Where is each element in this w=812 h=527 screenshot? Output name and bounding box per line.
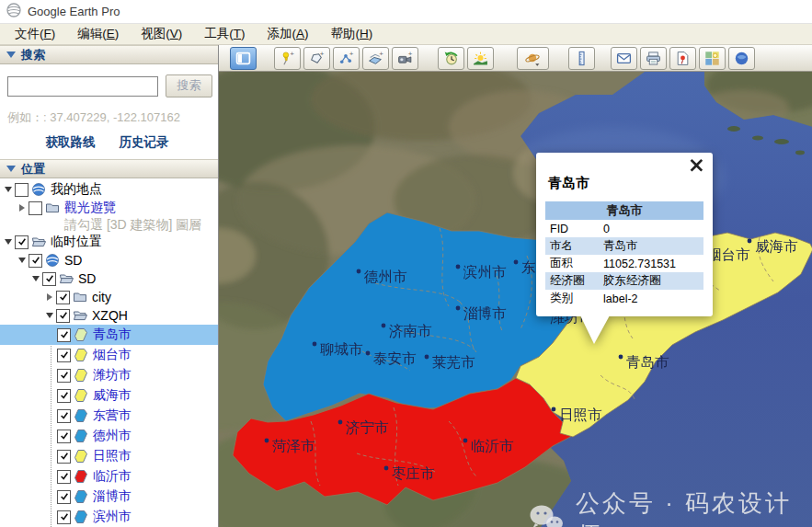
checkbox-checked[interactable] xyxy=(56,291,70,304)
tree-item-烟台市[interactable]: 烟台市 xyxy=(0,345,218,365)
close-icon[interactable]: × xyxy=(688,155,705,175)
planets-button[interactable] xyxy=(517,47,549,70)
menu-item-0[interactable]: 文件(F) xyxy=(4,24,66,44)
tree-item-label[interactable]: SD xyxy=(78,271,96,286)
tree-item-label[interactable]: 我的地点 xyxy=(51,181,102,198)
placemark-dot-菏泽市[interactable] xyxy=(265,439,269,443)
placemark-dot-威海市[interactable] xyxy=(748,239,752,244)
tree-item-label[interactable]: 滨州市 xyxy=(93,509,132,525)
checkbox-checked[interactable] xyxy=(57,510,71,524)
tree-item-label[interactable]: 青岛市 xyxy=(93,327,132,343)
checkbox-checked[interactable] xyxy=(57,470,71,484)
map-label-枣庄市[interactable]: 枣庄市 xyxy=(392,465,435,481)
tree-item-东营市[interactable]: 东营市 xyxy=(0,406,218,426)
tree-item-label[interactable]: 东营市 xyxy=(93,407,132,424)
tree-item-label[interactable]: 觀光遊覽 xyxy=(64,200,116,216)
search-button[interactable]: 搜索 xyxy=(166,74,212,97)
placemark-dot-德州市[interactable] xyxy=(357,269,361,274)
tree-item-潍坊市[interactable]: 潍坊市 xyxy=(0,365,218,385)
checkbox-unchecked[interactable] xyxy=(15,183,29,197)
tree-item-label[interactable]: 德州市 xyxy=(93,428,132,444)
placemark-dot-聊城市[interactable] xyxy=(313,342,317,347)
tree-item-德州市[interactable]: 德州市 xyxy=(0,426,218,446)
menu-item-2[interactable]: 视图(V) xyxy=(130,24,193,44)
tree-item-label[interactable]: 日照市 xyxy=(93,448,132,464)
checkbox-checked[interactable] xyxy=(15,235,29,249)
view-in-google-maps-button[interactable] xyxy=(699,47,726,70)
add-placemark-button[interactable]: + xyxy=(274,47,301,70)
tree-item-SD[interactable]: SD xyxy=(0,251,218,269)
map-label-聊城市[interactable]: 聊城市 xyxy=(320,341,363,357)
record-tour-button[interactable]: + xyxy=(392,47,418,70)
menu-item-3[interactable]: 工具(T) xyxy=(193,24,256,44)
tree-item-label[interactable]: city xyxy=(92,290,111,304)
map-label-济宁市[interactable]: 济宁市 xyxy=(346,419,389,435)
menu-item-1[interactable]: 编辑(E) xyxy=(66,24,130,44)
tree-item-XZQH[interactable]: XZQH xyxy=(0,306,218,325)
add-image-overlay-button[interactable]: + xyxy=(362,47,389,70)
places-panel-header[interactable]: 位置 xyxy=(0,159,218,178)
search-input[interactable] xyxy=(7,76,158,97)
map-label-滨州市[interactable]: 滨州市 xyxy=(463,264,507,280)
email-button[interactable] xyxy=(611,47,637,70)
placemark-dot-临沂市[interactable] xyxy=(463,439,468,443)
save-image-button[interactable] xyxy=(669,47,696,70)
add-polygon-button[interactable]: + xyxy=(303,47,330,70)
placemark-dot-泰安市[interactable] xyxy=(366,351,371,356)
placemark-dot-青岛市[interactable] xyxy=(619,355,623,360)
tree-item-label[interactable]: SD xyxy=(64,253,82,268)
map-label-淄博市[interactable]: 淄博市 xyxy=(463,305,507,321)
checkbox-checked[interactable] xyxy=(57,369,71,383)
placemark-dot-济宁市[interactable] xyxy=(338,420,343,425)
collapsed-arrow-icon[interactable] xyxy=(16,204,29,212)
tree-item-日照市[interactable]: 日照市 xyxy=(0,446,218,466)
map-label-青岛市[interactable]: 青岛市 xyxy=(626,354,669,370)
tree-item-label[interactable]: XZQH xyxy=(92,308,128,323)
collapsed-arrow-icon[interactable] xyxy=(43,293,56,301)
tree-item-label[interactable]: 威海市 xyxy=(93,387,132,404)
tree-item-淄博市[interactable]: 淄博市 xyxy=(0,487,218,507)
map-label-威海市[interactable]: 威海市 xyxy=(755,238,798,254)
checkbox-checked[interactable] xyxy=(56,309,70,323)
print-button[interactable] xyxy=(640,47,667,70)
tree-item-临时位置[interactable]: 临时位置 xyxy=(0,233,218,251)
tree-item-觀光遊覽[interactable]: 觀光遊覽 xyxy=(0,199,218,217)
tree-item-label[interactable]: 临沂市 xyxy=(93,468,132,485)
tree-item-label[interactable]: 潍坊市 xyxy=(93,367,132,384)
expanded-arrow-icon[interactable] xyxy=(16,258,29,263)
checkbox-checked[interactable] xyxy=(57,389,71,403)
expanded-arrow-icon[interactable] xyxy=(2,239,15,245)
ruler-button[interactable] xyxy=(568,47,595,70)
tree-item-SD[interactable]: SD xyxy=(0,269,218,288)
expanded-arrow-icon[interactable] xyxy=(29,276,42,281)
menu-item-5[interactable]: 帮助(H) xyxy=(320,24,384,44)
add-path-button[interactable]: + xyxy=(333,47,360,70)
map-label-菏泽市[interactable]: 菏泽市 xyxy=(272,438,315,453)
earth-globe-button[interactable] xyxy=(728,47,755,70)
tree-item-label[interactable]: 烟台市 xyxy=(93,347,132,363)
search-panel-header[interactable]: 搜索 xyxy=(0,45,218,64)
history-link[interactable]: 历史记录 xyxy=(120,134,169,151)
checkbox-checked[interactable] xyxy=(57,450,71,464)
checkbox-checked[interactable] xyxy=(57,349,71,362)
satellite-map[interactable]: 德州市滨州市东营市淄博市济南市聊城市泰安市莱芜市潍坊市青岛市烟台市威海市日照市菏… xyxy=(219,72,812,527)
get-directions-link[interactable]: 获取路线 xyxy=(46,134,96,151)
map-viewport[interactable]: 德州市滨州市东营市淄博市济南市聊城市泰安市莱芜市潍坊市青岛市烟台市威海市日照市菏… xyxy=(219,72,812,527)
map-label-德州市[interactable]: 德州市 xyxy=(363,269,407,284)
placemark-dot-滨州市[interactable] xyxy=(456,265,461,269)
toggle-sidebar-button[interactable] xyxy=(230,47,257,70)
tree-item-威海市[interactable]: 威海市 xyxy=(0,385,218,406)
tree-item-city[interactable]: city xyxy=(0,288,218,306)
checkbox-checked[interactable] xyxy=(57,490,71,504)
menu-item-4[interactable]: 添加(A) xyxy=(257,24,320,44)
placemark-dot-日照市[interactable] xyxy=(552,407,556,412)
tree-item-label[interactable]: 临时位置 xyxy=(51,234,102,250)
map-label-莱芜市[interactable]: 莱芜市 xyxy=(432,354,475,370)
checkbox-checked[interactable] xyxy=(57,328,71,342)
expanded-arrow-icon[interactable] xyxy=(43,313,56,318)
expanded-arrow-icon[interactable] xyxy=(2,187,15,192)
placemark-dot-淄博市[interactable] xyxy=(456,306,461,311)
tree-item-我的地点[interactable]: 我的地点 xyxy=(0,180,218,199)
historical-imagery-button[interactable] xyxy=(438,47,464,70)
checkbox-checked[interactable] xyxy=(57,430,71,443)
